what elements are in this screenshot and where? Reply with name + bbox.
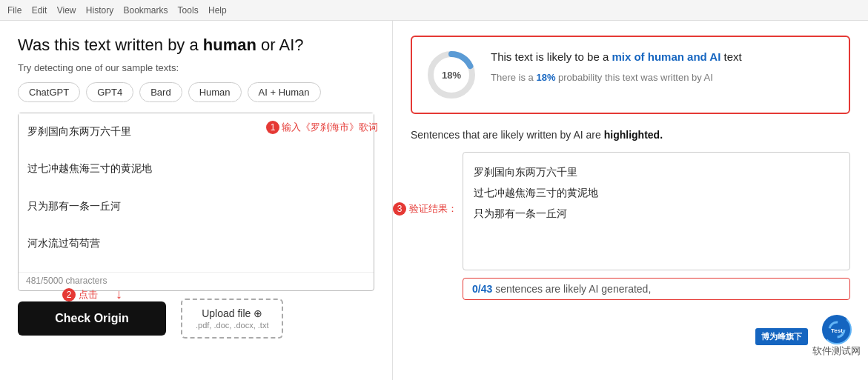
top-bar: File Edit View History Bookmarks Tools H… [0,0,868,21]
upload-label: Upload file ⊕ [202,307,262,319]
annotation-2: 2 点击 ↓ [62,287,122,302]
main-layout: Was this text written by a human or AI? … [0,21,868,380]
sample-btn-ai-human[interactable]: AI + Human [248,82,321,102]
check-btn-wrapper: 2 点击 ↓ Check Origin [18,301,166,336]
right-panel: 18% This text is likely to be a mix of h… [393,21,868,380]
result-box: 18% This text is likely to be a mix of h… [411,36,850,114]
sentence-row: 过七冲越焦海三寸的黄泥地 [474,182,839,203]
ai-count: 0/43 [472,283,492,295]
topbar-items: File Edit View History Bookmarks Tools H… [7,5,227,16]
watermark-circle: Test [822,315,852,344]
donut-label: 18% [442,70,461,81]
page-title: Was this text written by a human or AI? [18,36,374,55]
arrow-down-icon: ↓ [116,287,122,302]
result-pct: 18% [536,72,555,83]
ai-count-bar: 0/43 sentences are likely AI generated, [463,278,850,300]
watermark-logo: Test 软件测试网 [812,315,861,358]
input-textarea[interactable]: 罗刹国向东两万六千里 过七冲越焦海三寸的黄泥地 只为那有一条一丘河 河水流过苟苟… [19,113,374,269]
annotation-1: 1输入《罗刹海市》歌词 [266,121,378,134]
bottom-actions: 2 点击 ↓ Check Origin Upload file ⊕ .pdf, … [18,299,374,339]
watermark: 博为峰旗下 Test 软件测试网 [755,315,861,358]
sample-buttons-row: ChatGPT GPT4 Bard Human AI + Human [18,82,374,102]
sentences-label: Sentences that are likely written by AI … [411,127,850,143]
sample-btn-human[interactable]: Human [188,82,242,102]
text-area-wrapper: 罗刹国向东两万六千里 过七冲越焦海三寸的黄泥地 只为那有一条一丘河 河水流过苟苟… [18,113,374,291]
left-panel: Was this text written by a human or AI? … [0,21,393,380]
svg-text:Test: Test [831,327,843,334]
result-text: This text is likely to be a mix of human… [491,49,835,84]
sentence-row: 只为那有一条一丘河 [474,203,839,224]
sentence-row: 罗刹国向东两万六千里 [474,161,839,182]
upload-formats: .pdf, .doc, .docx, .txt [196,321,268,330]
sample-btn-bard[interactable]: Bard [139,82,182,102]
watermark-sub: 软件测试网 [812,344,861,358]
annotation-3: 3 验证结果： [393,202,457,216]
subtitle: Try detecting one of our sample texts: [18,62,374,73]
sentences-result-box[interactable]: 罗刹国向东两万六千里 过七冲越焦海三寸的黄泥地 只为那有一条一丘河 [463,152,850,270]
result-sub: There is a 18% probability this text was… [491,70,835,85]
sample-btn-chatgpt[interactable]: ChatGPT [18,82,80,102]
sample-btn-gpt4[interactable]: GPT4 [86,82,133,102]
upload-file-button[interactable]: Upload file ⊕ .pdf, .doc, .docx, .txt [181,299,283,339]
check-origin-button[interactable]: Check Origin [18,301,166,336]
watermark-box: 博为峰旗下 [755,328,808,345]
result-main: This text is likely to be a mix of human… [491,49,835,66]
donut-chart: 18% [425,49,477,101]
result-highlight: mix of human and AI [612,50,720,63]
